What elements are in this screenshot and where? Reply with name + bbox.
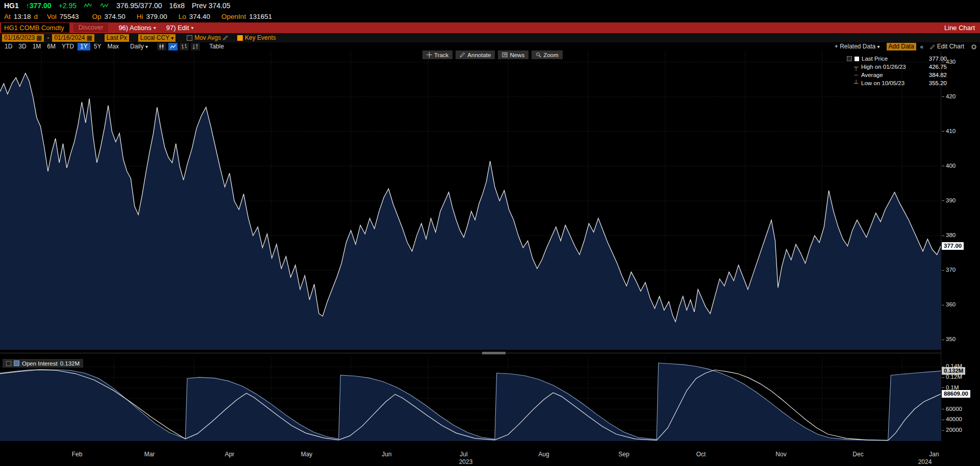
chart-settings-bar: 01/16/2023▦ - 01/16/2024▦ Last Px Local …	[0, 33, 980, 43]
x-axis-month-label: Jun	[382, 451, 391, 458]
frequency-select[interactable]: Daily ▾	[128, 43, 150, 50]
last-price: ↑377.00	[26, 2, 52, 10]
range-tab-5y[interactable]: 5Y	[91, 43, 104, 50]
date-to-field[interactable]: 01/16/2024▦	[52, 34, 94, 42]
high-value: 379.00	[146, 13, 167, 20]
sparkline-icon	[100, 3, 109, 9]
axis-tick-icon	[942, 270, 944, 271]
y-axis-label: 360	[942, 301, 956, 307]
pencil-icon	[460, 52, 465, 58]
discover-menu[interactable]: Discover	[73, 23, 109, 32]
related-data-menu[interactable]: + Related Data ▾	[832, 43, 883, 50]
range-tab-ytd[interactable]: YTD	[59, 43, 77, 50]
bar-chart-button[interactable]	[180, 43, 189, 50]
open-interest-legend[interactable]: Open Interest 0.132M	[3, 359, 83, 368]
axis-tick-icon	[942, 387, 944, 388]
axis-tick-icon	[942, 430, 944, 431]
collapse-button[interactable]: «	[920, 43, 924, 50]
mov-avgs-toggle[interactable]: Mov Avgs	[187, 34, 228, 41]
openint-value: 131651	[249, 13, 272, 20]
legend-handle-icon	[847, 56, 852, 61]
legend-row-last-price[interactable]: Last Price 377.00	[847, 55, 947, 63]
price-field-select[interactable]: Last Px	[105, 34, 129, 42]
zoom-button[interactable]: Zoom	[532, 50, 562, 59]
track-button[interactable]: Track	[422, 50, 453, 59]
open-value: 374.50	[104, 13, 125, 20]
sparkline-icon	[84, 3, 93, 9]
line-chart-button[interactable]	[168, 43, 178, 50]
range-tab-1m[interactable]: 1M	[30, 43, 44, 50]
y-axis-label: 420	[942, 93, 956, 99]
candle-chart-button[interactable]	[157, 43, 166, 50]
checkbox-icon	[187, 35, 192, 41]
vol-value: 75543	[60, 13, 79, 20]
axis-tick-icon	[942, 166, 944, 166]
actions-menu[interactable]: 96) Actions▾	[113, 24, 161, 32]
security-name-field[interactable]: HG1 COMB Comdty	[1, 23, 69, 33]
calendar-icon: ▦	[36, 34, 42, 42]
edit-chart-button[interactable]: Edit Chart	[927, 43, 967, 50]
settings-gear-icon[interactable]	[971, 44, 977, 50]
chevron-down-icon: ▾	[145, 44, 148, 49]
last-price-axis-badge: 377.00	[942, 242, 964, 250]
legend-row-average[interactable]: ┄ Average 384.82	[847, 71, 947, 79]
axis-tick-icon	[942, 340, 944, 340]
add-data-field[interactable]: Add Data	[887, 43, 916, 50]
axis-tick-icon	[942, 200, 944, 201]
axis-tick-icon	[942, 96, 944, 97]
pencil-icon	[223, 35, 228, 40]
ticker-symbol: HG1	[4, 2, 19, 10]
range-tab-6m[interactable]: 6M	[44, 43, 58, 50]
up-arrow-icon: ↑	[26, 2, 30, 10]
news-button[interactable]: News	[498, 50, 529, 59]
legend-handle-icon	[6, 361, 11, 366]
x-axis-year-label: 2023	[459, 458, 473, 465]
chart-floating-toolbar: Track Annotate News Zoom	[422, 50, 563, 59]
x-axis-month-label: Aug	[538, 451, 549, 458]
front-oi-axis-badge: 88609.00	[942, 390, 970, 398]
y-axis-label: 380	[942, 232, 956, 238]
openint-label: OpenInt	[221, 13, 246, 20]
range-tab-3d[interactable]: 3D	[16, 43, 29, 50]
date-range-dash: -	[47, 34, 49, 41]
axis-tick-icon	[942, 409, 944, 409]
open-interest-axis-badge: 0.132M	[942, 367, 965, 375]
chevron-down-icon: ▾	[154, 25, 156, 31]
annotate-button[interactable]: Annotate	[456, 50, 495, 59]
range-tab-1d[interactable]: 1D	[2, 43, 15, 50]
bid-ask-size: 16x8	[169, 2, 185, 10]
date-from-field[interactable]: 01/16/2023▦	[2, 34, 44, 42]
x-axis-year-label: 2024	[918, 458, 932, 465]
legend-row-high[interactable]: ┬ High on 01/26/23 426.75	[847, 63, 947, 71]
bloomberg-terminal-window: { "header": { "ticker": "HG1", "arrow": …	[0, 0, 980, 466]
axis-tick-icon	[942, 131, 944, 132]
y-axis-label: 390	[942, 197, 956, 203]
y-axis-label: 60000	[942, 406, 962, 412]
vol-label: Vol	[47, 13, 57, 20]
x-axis-month-label: Sep	[618, 451, 629, 458]
edit-menu[interactable]: 97) Edit▾	[161, 24, 199, 32]
at-label: At	[4, 13, 11, 20]
currency-select[interactable]: Local CCY▾	[138, 34, 175, 42]
open-interest-chart[interactable]	[0, 357, 941, 441]
price-change: +2.95	[59, 2, 77, 10]
axis-tick-icon	[942, 236, 944, 236]
tab-bar-right-cluster: + Related Data ▾ Add Data « Edit Chart	[832, 43, 980, 50]
panel-resize-handle[interactable]	[482, 352, 506, 354]
x-axis-month-label: Jan	[929, 451, 939, 458]
legend-row-low[interactable]: ┴ Low on 10/05/23 355.20	[847, 79, 947, 87]
quote-time: 13:18	[14, 13, 31, 20]
compare-button[interactable]	[191, 43, 200, 50]
price-axis-line	[941, 51, 941, 441]
axis-tick-icon	[942, 305, 944, 305]
table-button[interactable]: Table	[207, 43, 227, 50]
range-tab-max[interactable]: Max	[105, 43, 121, 50]
crosshair-icon	[426, 52, 432, 58]
price-chart[interactable]	[0, 51, 941, 350]
high-label: Hi	[137, 13, 143, 20]
checkbox-icon	[237, 35, 243, 41]
y-axis-label: 400	[942, 163, 956, 169]
range-tab-1y[interactable]: 1Y	[78, 43, 90, 50]
plus-icon: +	[835, 43, 838, 50]
key-events-toggle[interactable]: Key Events	[237, 34, 276, 41]
